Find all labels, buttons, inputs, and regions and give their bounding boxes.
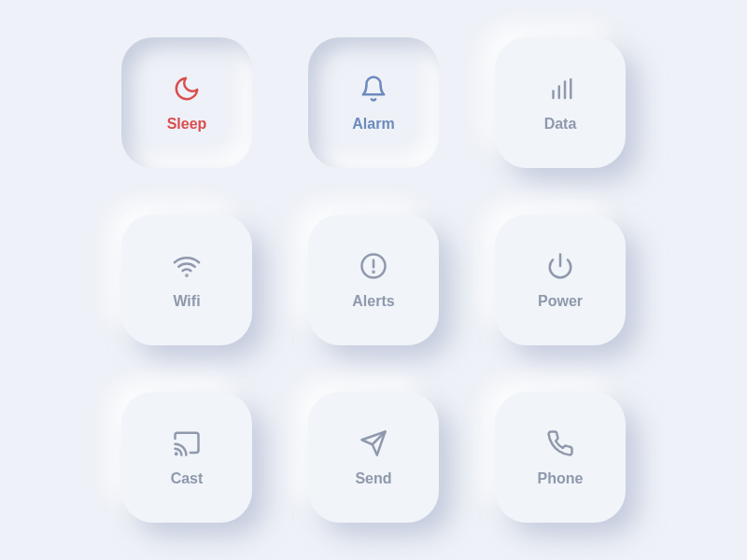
alerts-label: Alerts	[352, 293, 394, 310]
data-label: Data	[544, 116, 577, 133]
sleep-label: Sleep	[167, 116, 207, 133]
power-label: Power	[538, 293, 583, 310]
alert-icon	[358, 250, 389, 282]
power-icon	[544, 250, 576, 282]
wifi-label: Wifi	[173, 293, 200, 310]
svg-point-4	[186, 274, 187, 275]
bell-icon	[358, 73, 389, 105]
alerts-button[interactable]: Alerts	[308, 215, 439, 345]
phone-icon	[544, 427, 576, 459]
send-icon	[358, 427, 389, 459]
phone-label: Phone	[538, 470, 584, 487]
svg-point-7	[373, 272, 374, 273]
moon-icon	[171, 73, 203, 105]
wifi-icon	[171, 250, 203, 282]
sleep-button[interactable]: Sleep	[121, 37, 252, 168]
send-label: Send	[355, 470, 391, 487]
power-button[interactable]: Power	[495, 215, 626, 345]
phone-button[interactable]: Phone	[495, 392, 626, 523]
alarm-button[interactable]: Alarm	[308, 37, 439, 168]
svg-point-9	[176, 454, 177, 455]
control-grid: Sleep Alarm Data Wifi Alerts Power	[121, 37, 626, 523]
bars-icon	[544, 73, 576, 105]
cast-icon	[171, 427, 203, 459]
wifi-button[interactable]: Wifi	[121, 215, 252, 345]
alarm-label: Alarm	[352, 116, 394, 133]
data-button[interactable]: Data	[495, 37, 626, 168]
cast-button[interactable]: Cast	[121, 392, 252, 523]
send-button[interactable]: Send	[308, 392, 439, 523]
cast-label: Cast	[171, 470, 204, 487]
